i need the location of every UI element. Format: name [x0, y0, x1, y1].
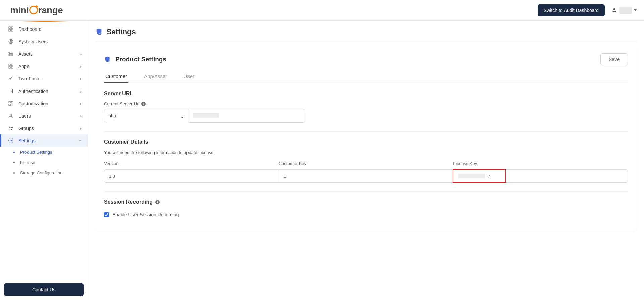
section-subtext: You will need the following information … [104, 150, 628, 155]
sidebar-item-settings[interactable]: Settings › [0, 134, 88, 147]
main-content: e Settings e Product Settings Save Custo… [88, 21, 644, 300]
sidebar-item-authentication[interactable]: Authentication › [0, 85, 88, 97]
sidebar-subitem-product-settings[interactable]: Product Settings [0, 147, 88, 157]
version-label: Version [104, 161, 279, 166]
login-icon [8, 88, 14, 94]
customer-key-input[interactable]: 1 [279, 169, 453, 183]
tab-user[interactable]: User [182, 70, 196, 83]
protocol-select[interactable]: http [104, 109, 189, 122]
sidebar-item-label: Product Settings [20, 149, 52, 155]
customer-details-section: Customer Details You will need the follo… [104, 139, 628, 183]
sidebar-item-label: Customization [18, 101, 75, 106]
shield-icon: e [104, 56, 111, 63]
svg-rect-13 [9, 67, 10, 68]
key-icon [8, 76, 14, 81]
bullet-icon [13, 162, 15, 163]
svg-rect-3 [9, 29, 10, 31]
sidebar-item-customization[interactable]: Customization › [0, 97, 88, 110]
svg-point-15 [9, 78, 11, 80]
info-icon[interactable]: i [141, 102, 146, 106]
svg-rect-12 [11, 64, 13, 66]
grid-icon [8, 63, 14, 69]
sidebar-item-label: Dashboard [18, 26, 82, 32]
license-key-label: License Key [453, 161, 628, 166]
svg-rect-17 [11, 101, 13, 103]
svg-point-0 [613, 8, 615, 10]
save-button[interactable]: Save [600, 53, 628, 65]
chevron-right-icon: › [80, 88, 82, 94]
user-menu[interactable] [611, 7, 637, 14]
svg-point-6 [10, 40, 11, 42]
sidebar-item-apps[interactable]: Apps › [0, 60, 88, 72]
bullet-icon [13, 152, 15, 153]
page-header: e Settings [88, 21, 644, 42]
url-value-redacted [193, 113, 219, 118]
section-heading: Session Recording [104, 199, 153, 205]
svg-point-20 [9, 127, 11, 128]
switch-audit-button[interactable]: Switch to Audit Dashboard [538, 4, 605, 16]
svg-text:e: e [99, 32, 101, 35]
tabs: Customer App/Asset User [104, 70, 628, 83]
enable-session-recording-checkbox[interactable] [104, 212, 109, 217]
tab-app-asset[interactable]: App/Asset [143, 70, 168, 83]
sidebar-item-two-factor[interactable]: Two-Factor › [0, 72, 88, 85]
sidebar-item-label: System Users [18, 39, 82, 44]
gear-icon [8, 138, 14, 143]
page-title: Settings [107, 27, 136, 36]
divider [104, 191, 628, 192]
svg-point-21 [11, 127, 13, 128]
sidebar-item-label: Users [18, 113, 75, 119]
user-circle-icon [8, 39, 14, 44]
license-key-redacted [458, 174, 485, 178]
sidebar-item-system-users[interactable]: System Users [0, 35, 88, 48]
chevron-right-icon: › [80, 76, 82, 81]
sidebar-item-label: Authentication [18, 88, 75, 94]
grid-plus-icon [8, 101, 14, 106]
version-input[interactable]: 1.0 [104, 169, 279, 183]
sidebar-item-assets[interactable]: Assets › [0, 48, 88, 60]
sidebar-item-label: Settings [18, 138, 75, 143]
session-recording-section: Session Recording i Enable User Session … [104, 199, 628, 217]
product-settings-card: e Product Settings Save Customer App/Ass… [95, 46, 637, 231]
chevron-right-icon: › [80, 113, 82, 119]
server-url-section: Server URL Current Server Url i http ⌄ [104, 91, 628, 123]
chevron-right-icon: › [80, 64, 82, 69]
sidebar-item-label: Groups [18, 126, 75, 131]
svg-rect-14 [11, 67, 13, 68]
server-icon [8, 51, 14, 57]
topbar: minirange Switch to Audit Dashboard [0, 0, 644, 21]
svg-rect-18 [9, 104, 10, 106]
divider [104, 131, 628, 132]
license-key-input[interactable]: 7 [453, 169, 628, 183]
contact-us-button[interactable]: Contact Us [4, 283, 84, 296]
enable-session-recording-row[interactable]: Enable User Session Recording [104, 212, 628, 217]
user-label-redacted [619, 7, 632, 14]
chevron-right-icon: › [80, 51, 82, 57]
sidebar: Dashboard System Users Assets › Apps › T… [0, 21, 88, 300]
sidebar-item-dashboard[interactable]: Dashboard [0, 23, 88, 35]
logo[interactable]: minirange [10, 5, 63, 16]
sidebar-item-users[interactable]: Users › [0, 110, 88, 122]
server-url-input[interactable] [189, 109, 305, 123]
shield-icon: e [95, 28, 103, 36]
dashboard-icon [8, 26, 14, 32]
people-icon [8, 125, 14, 131]
sidebar-subitem-storage[interactable]: Storage Configuration [0, 168, 88, 178]
sidebar-item-label: Assets [18, 51, 75, 57]
sidebar-item-label: Apps [18, 64, 75, 69]
chevron-right-icon: › [80, 126, 82, 131]
sidebar-subitem-license[interactable]: License [0, 157, 88, 168]
person-icon [8, 113, 14, 119]
tab-customer[interactable]: Customer [104, 70, 128, 83]
sidebar-item-groups[interactable]: Groups › [0, 122, 88, 134]
card-title: Product Settings [115, 56, 166, 63]
field-label: Current Server Url [104, 101, 139, 106]
svg-point-22 [10, 140, 11, 141]
sidebar-item-label: Storage Configuration [20, 170, 62, 175]
sidebar-item-label: Two-Factor [18, 76, 75, 81]
svg-point-19 [10, 114, 12, 116]
svg-rect-11 [9, 64, 10, 66]
info-icon[interactable]: i [155, 200, 160, 204]
svg-point-10 [10, 55, 10, 55]
caret-down-icon [634, 9, 637, 11]
